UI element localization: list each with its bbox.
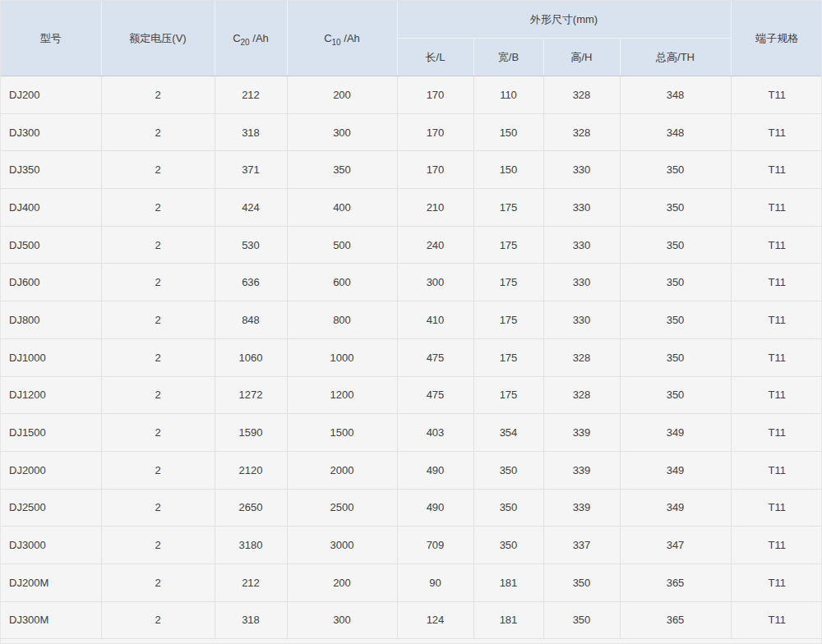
cell-width: 150 xyxy=(473,113,543,151)
cell-width: 175 xyxy=(473,376,543,414)
cell-c10: 1000 xyxy=(287,338,397,376)
cell-c10: 400 xyxy=(287,189,397,227)
cell-total-height: 349 xyxy=(620,489,731,527)
cell-total-height: 350 xyxy=(620,226,731,264)
cell-model: DJ2000 xyxy=(1,451,101,489)
cell-voltage: 2 xyxy=(101,226,215,264)
cell-c20: 636 xyxy=(215,264,287,301)
cell-height: 339 xyxy=(543,451,620,489)
cell-length: 170 xyxy=(397,113,473,151)
column-group-dimensions: 外形尺寸(mm) xyxy=(397,1,731,39)
cell-model: DJ1200 xyxy=(1,376,101,414)
cell-length: 90 xyxy=(397,564,473,601)
table-body: DJ200 2 212 200 170 110 328 348 T11 DJ30… xyxy=(1,76,822,639)
cell-voltage: 2 xyxy=(101,451,215,489)
cell-total-height: 350 xyxy=(620,264,731,301)
table-row: DJ200 2 212 200 170 110 328 348 T11 xyxy=(1,76,822,114)
table-row: DJ1200 2 1272 1200 475 175 328 350 T11 xyxy=(1,376,822,414)
cell-height: 330 xyxy=(543,189,620,227)
cell-total-height: 350 xyxy=(620,151,731,189)
cell-height: 330 xyxy=(543,226,620,264)
cell-width: 175 xyxy=(473,301,543,339)
cell-voltage: 2 xyxy=(101,376,215,414)
cell-c10: 200 xyxy=(287,76,397,114)
c10-unit: /Ah xyxy=(341,32,360,44)
cell-c10: 2500 xyxy=(287,489,397,527)
cell-height: 337 xyxy=(543,527,620,564)
cell-total-height: 365 xyxy=(620,564,731,601)
cell-height: 328 xyxy=(543,113,620,151)
cell-model: DJ2500 xyxy=(1,489,101,527)
cell-model: DJ1500 xyxy=(1,414,101,452)
cell-c20: 1272 xyxy=(215,376,287,414)
cell-terminal: T11 xyxy=(731,527,822,564)
cell-length: 709 xyxy=(397,527,473,564)
cell-length: 475 xyxy=(397,338,473,376)
cell-height: 330 xyxy=(543,151,620,189)
table-row: DJ600 2 636 600 300 175 330 350 T11 xyxy=(1,264,822,301)
cell-c20: 318 xyxy=(215,601,287,639)
cell-terminal: T11 xyxy=(731,489,822,527)
cell-voltage: 2 xyxy=(101,489,215,527)
cell-voltage: 2 xyxy=(101,564,215,601)
column-header-width: 宽/B xyxy=(473,39,543,76)
table-row: DJ200M 2 212 200 90 181 350 365 T11 xyxy=(1,564,822,601)
cell-height: 330 xyxy=(543,301,620,339)
cell-terminal: T11 xyxy=(731,376,822,414)
cell-terminal: T11 xyxy=(731,451,822,489)
table-row: DJ1000 2 1060 1000 475 175 328 350 T11 xyxy=(1,338,822,376)
cell-model: DJ500 xyxy=(1,226,101,264)
cell-terminal: T11 xyxy=(731,338,822,376)
cell-model: DJ200M xyxy=(1,564,101,601)
table-header: 型号 额定电压(V) C20 /Ah C10 /Ah 外形尺寸(mm) 端子规格… xyxy=(1,1,822,76)
cell-c20: 848 xyxy=(215,301,287,339)
cell-total-height: 365 xyxy=(620,601,731,639)
cell-length: 410 xyxy=(397,301,473,339)
cell-c10: 300 xyxy=(287,601,397,639)
battery-spec-table-container: 型号 额定电压(V) C20 /Ah C10 /Ah 外形尺寸(mm) 端子规格… xyxy=(0,0,822,644)
cell-total-height: 350 xyxy=(620,376,731,414)
cell-c10: 800 xyxy=(287,301,397,339)
cell-terminal: T11 xyxy=(731,189,822,227)
cell-model: DJ350 xyxy=(1,151,101,189)
cell-width: 350 xyxy=(473,451,543,489)
cell-total-height: 350 xyxy=(620,338,731,376)
cell-c20: 424 xyxy=(215,189,287,227)
table-row: DJ300M 2 318 300 124 181 350 365 T11 xyxy=(1,601,822,639)
cell-model: DJ300 xyxy=(1,113,101,151)
cell-length: 210 xyxy=(397,189,473,227)
cell-total-height: 349 xyxy=(620,414,731,452)
cell-c20: 1590 xyxy=(215,414,287,452)
cell-terminal: T11 xyxy=(731,76,822,114)
cell-width: 181 xyxy=(473,564,543,601)
table-row: DJ300 2 318 300 170 150 328 348 T11 xyxy=(1,113,822,151)
cell-width: 181 xyxy=(473,601,543,639)
cell-terminal: T11 xyxy=(731,264,822,301)
cell-length: 490 xyxy=(397,489,473,527)
table-row: DJ3000 2 3180 3000 709 350 337 347 T11 xyxy=(1,527,822,564)
cell-c10: 1500 xyxy=(287,414,397,452)
cell-total-height: 349 xyxy=(620,451,731,489)
cell-width: 354 xyxy=(473,414,543,452)
cell-width: 175 xyxy=(473,338,543,376)
cell-c10: 1200 xyxy=(287,376,397,414)
cell-c10: 2000 xyxy=(287,451,397,489)
cell-total-height: 350 xyxy=(620,301,731,339)
cell-voltage: 2 xyxy=(101,113,215,151)
cell-c20: 212 xyxy=(215,76,287,114)
cell-c20: 318 xyxy=(215,113,287,151)
cell-height: 339 xyxy=(543,489,620,527)
cell-height: 339 xyxy=(543,414,620,452)
table-row: DJ1500 2 1590 1500 403 354 339 349 T11 xyxy=(1,414,822,452)
cell-c10: 3000 xyxy=(287,527,397,564)
table-row: DJ2000 2 2120 2000 490 350 339 349 T11 xyxy=(1,451,822,489)
cell-c20: 1060 xyxy=(215,338,287,376)
cell-model: DJ800 xyxy=(1,301,101,339)
cell-model: DJ1000 xyxy=(1,338,101,376)
cell-voltage: 2 xyxy=(101,527,215,564)
c20-unit: /Ah xyxy=(250,32,269,44)
cell-terminal: T11 xyxy=(731,151,822,189)
battery-spec-table: 型号 额定电压(V) C20 /Ah C10 /Ah 外形尺寸(mm) 端子规格… xyxy=(1,1,822,639)
table-row: DJ350 2 371 350 170 150 330 350 T11 xyxy=(1,151,822,189)
cell-terminal: T11 xyxy=(731,226,822,264)
